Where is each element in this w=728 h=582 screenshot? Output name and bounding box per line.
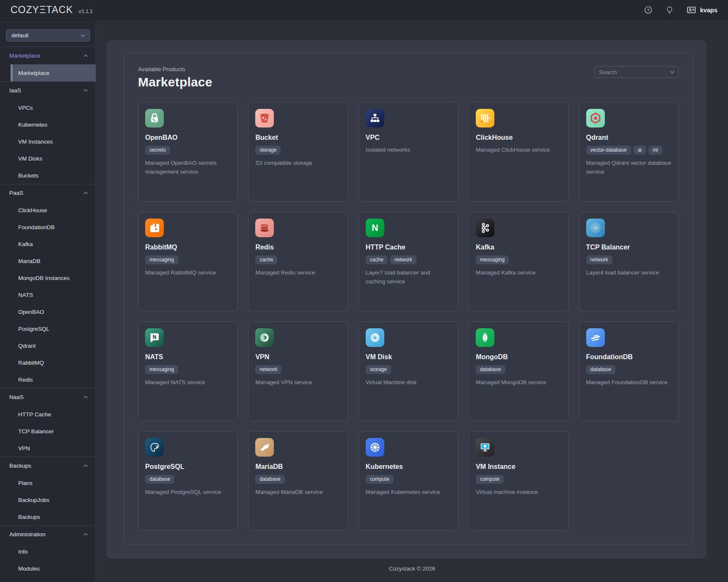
sidebar-item-openbao[interactable]: OpenBAO bbox=[0, 303, 96, 320]
tag-secrets: secrets bbox=[145, 146, 170, 155]
sidebar-item-backupjobs[interactable]: BackupJobs bbox=[0, 491, 96, 508]
tag-messaging: messaging bbox=[476, 255, 509, 264]
product-tags: database bbox=[476, 365, 561, 374]
sidebar-item-buckets[interactable]: Buckets bbox=[0, 167, 96, 184]
section-label: NaaS bbox=[9, 394, 24, 400]
namespace-select-value: default bbox=[11, 32, 29, 39]
product-name: Bucket bbox=[255, 134, 341, 141]
product-card-vm-disk[interactable]: VM DiskstorageVirtual Machine disk bbox=[358, 321, 458, 421]
product-description: Layer7 load balancer and caching service bbox=[366, 269, 451, 286]
sidebar-item-vm-disks[interactable]: VM Disks bbox=[0, 150, 96, 167]
sidebar-item-http-cache[interactable]: HTTP Cache bbox=[0, 406, 96, 423]
product-card-qdrant[interactable]: Qdrantvector-databaseaimlManaged Qdrant … bbox=[579, 102, 679, 202]
sidebar-item-vpcs[interactable]: VPCs bbox=[0, 99, 96, 116]
product-card-kafka[interactable]: KafkamessagingManaged Kafka service bbox=[469, 212, 568, 311]
lightbulb-icon[interactable] bbox=[665, 6, 674, 14]
product-card-rabbitmq[interactable]: RabbitMQmessagingManaged RabbitMQ servic… bbox=[138, 212, 238, 311]
section-label: Marketplace bbox=[9, 53, 41, 59]
sidebar-section-header-paas[interactable]: PaaS bbox=[0, 184, 96, 202]
rabbitmq-icon bbox=[145, 219, 164, 237]
sidebar-item-modules[interactable]: Modules bbox=[0, 560, 96, 577]
product-card-nats[interactable]: NNATSmessagingManaged NATS service bbox=[138, 321, 238, 421]
redis-icon bbox=[255, 219, 274, 237]
postgresql-icon bbox=[145, 438, 164, 457]
sidebar-item-kubernetes[interactable]: Kubernetes bbox=[0, 116, 96, 133]
sidebar-item-mongodb-instances[interactable]: MongoDB Instances bbox=[0, 269, 96, 286]
tag-ai: ai bbox=[634, 146, 646, 155]
sidebar-section-header-backups[interactable]: Backups bbox=[0, 457, 96, 474]
sidebar-section-paas: PaaSClickHouseFoundationDBKafkaMariaDBMo… bbox=[0, 184, 96, 388]
product-card-vm-instance[interactable]: VM InstancecomputeVirtual machine instan… bbox=[469, 431, 568, 531]
sidebar-item-marketplace[interactable]: Marketplace bbox=[11, 64, 96, 81]
product-card-clickhouse[interactable]: ClickHouseManaged ClickHouse service bbox=[469, 102, 568, 202]
sidebar-item-redis[interactable]: Redis bbox=[0, 371, 96, 388]
sidebar-section-header-administration[interactable]: Administration bbox=[0, 526, 96, 543]
logo-prefix: COZY bbox=[11, 4, 39, 16]
product-name: VM Disk bbox=[366, 353, 451, 361]
sidebar-item-kafka[interactable]: Kafka bbox=[0, 236, 96, 252]
tag-database: database bbox=[255, 475, 284, 484]
sidebar-item-vpn[interactable]: VPN bbox=[0, 440, 96, 457]
sidebar-item-qdrant[interactable]: Qdrant bbox=[0, 337, 96, 354]
sidebar-item-mariadb[interactable]: MariaDB bbox=[0, 252, 96, 269]
product-description: Managed Kafka service bbox=[476, 269, 561, 277]
clickhouse-icon bbox=[476, 109, 494, 127]
sidebar-item-plans[interactable]: Plans bbox=[0, 474, 96, 491]
sidebar-section-header-marketplace[interactable]: Marketplace bbox=[0, 47, 96, 64]
chevron-up-icon bbox=[83, 464, 88, 467]
sidebar-item-info[interactable]: Info bbox=[0, 543, 96, 560]
product-description: Managed MongoDB service bbox=[476, 378, 561, 387]
tag-messaging: messaging bbox=[145, 365, 178, 374]
tag-storage: storage bbox=[366, 365, 391, 374]
product-card-redis[interactable]: RediscacheManaged Redis service bbox=[248, 212, 348, 311]
chevron-up-icon bbox=[83, 533, 88, 536]
namespace-select[interactable]: default bbox=[6, 29, 90, 42]
sidebar-item-postgresql[interactable]: PostgreSQL bbox=[0, 320, 96, 337]
product-card-foundationdb[interactable]: FoundationDBdatabaseManaged FoundationDB… bbox=[579, 321, 679, 421]
tag-database: database bbox=[476, 365, 505, 374]
username[interactable]: kvaps bbox=[700, 7, 717, 14]
sidebar-item-vm-instances[interactable]: VM Instances bbox=[0, 133, 96, 150]
svg-text:?: ? bbox=[647, 8, 650, 12]
product-card-postgresql[interactable]: PostgreSQLdatabaseManaged PostgreSQL ser… bbox=[138, 431, 238, 531]
sidebar-item-clickhouse[interactable]: ClickHouse bbox=[0, 202, 96, 219]
product-card-openbao[interactable]: OpenBAOsecretsManaged OpenBAO secrets ma… bbox=[138, 102, 238, 202]
sidebar-item-backups[interactable]: Backups bbox=[0, 508, 96, 525]
tag-database: database bbox=[586, 365, 615, 374]
help-icon[interactable]: ? bbox=[644, 6, 653, 14]
product-card-mongodb[interactable]: MongoDBdatabaseManaged MongoDB service bbox=[469, 321, 568, 421]
product-card-tcp-balancer[interactable]: TCP BalancernetworkLayer4 load balancer … bbox=[579, 212, 679, 311]
tag-storage: storage bbox=[255, 146, 281, 155]
sidebar-item-nats[interactable]: NATS bbox=[0, 286, 96, 303]
product-card-mariadb[interactable]: MariaDBdatabaseManaged MariaDB service bbox=[248, 431, 348, 531]
sidebar-item-tcp-balancer[interactable]: TCP Balancer bbox=[0, 423, 96, 440]
product-card-vpn[interactable]: VPNnetworkManaged VPN service bbox=[248, 321, 348, 421]
user-badge-icon bbox=[687, 5, 696, 15]
tag-network: network bbox=[255, 365, 281, 374]
product-description: Managed RabbitMQ service bbox=[145, 269, 231, 277]
product-card-http-cache[interactable]: NHTTP CachecachenetworkLayer7 load balan… bbox=[358, 212, 458, 311]
product-tags: messaging bbox=[145, 255, 231, 264]
tag-compute: compute bbox=[366, 475, 394, 484]
product-card-kubernetes[interactable]: KubernetescomputeManaged Kubernetes serv… bbox=[358, 431, 458, 531]
product-card-vpc[interactable]: VPCIsolated networks bbox=[358, 102, 458, 202]
sidebar-section-header-iaas[interactable]: IaaS bbox=[0, 82, 96, 99]
search-input[interactable] bbox=[594, 66, 679, 78]
sidebar-item-foundationdb[interactable]: FoundationDB bbox=[0, 219, 96, 236]
product-tags: secrets bbox=[145, 146, 231, 155]
product-card-bucket[interactable]: BucketstorageS3 compatible storage bbox=[248, 102, 348, 202]
product-name: NATS bbox=[145, 353, 231, 361]
sidebar-menu: MarketplaceMarketplaceIaaSVPCsKubernetes… bbox=[0, 47, 96, 577]
product-name: HTTP Cache bbox=[366, 244, 451, 251]
app-logo: COZYΞTACK v1.1.1 bbox=[11, 4, 93, 16]
tag-ml: ml bbox=[648, 146, 662, 155]
product-name: Qdrant bbox=[586, 134, 672, 141]
chevron-down-icon bbox=[670, 70, 675, 74]
search-field[interactable] bbox=[599, 69, 662, 75]
user-menu[interactable]: kvaps bbox=[687, 5, 717, 15]
product-description: Virtual machine instance bbox=[476, 488, 561, 497]
sidebar-section-header-naas[interactable]: NaaS bbox=[0, 388, 96, 406]
sidebar-item-rabbitmq[interactable]: RabbitMQ bbox=[0, 354, 96, 371]
product-tags: storage bbox=[255, 146, 341, 155]
vminstance-icon bbox=[476, 438, 494, 457]
